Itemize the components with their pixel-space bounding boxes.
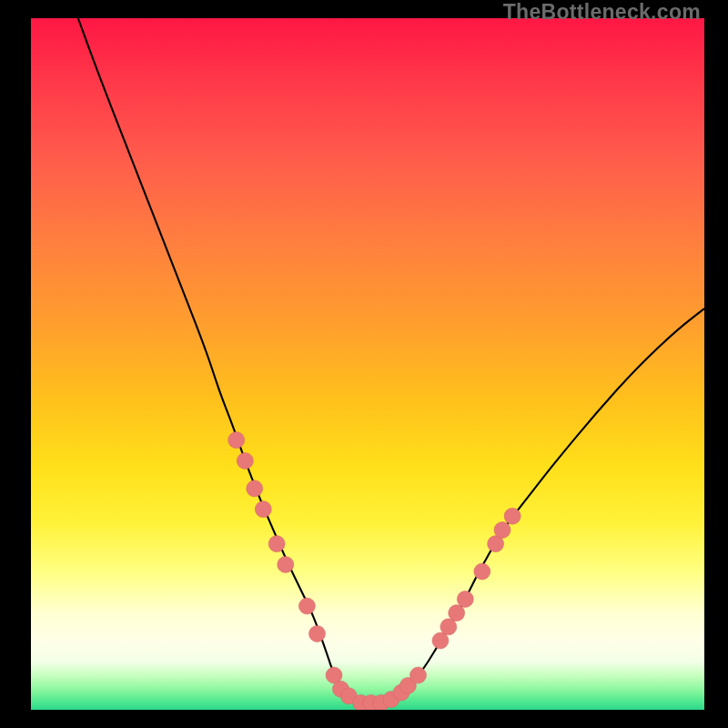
marker-group [228, 432, 521, 710]
marker-dot [228, 432, 245, 449]
watermark-text: TheBottleneck.com [503, 0, 701, 25]
marker-dot [432, 632, 449, 649]
marker-dot [247, 480, 263, 497]
marker-dot [440, 619, 457, 635]
marker-dot [457, 591, 473, 607]
bottleneck-curve [78, 18, 704, 703]
marker-dot [268, 536, 285, 552]
chart-frame: TheBottleneck.com [0, 0, 728, 728]
marker-dot [309, 625, 326, 642]
chart-svg [31, 18, 704, 710]
marker-dot [298, 598, 315, 614]
marker-dot [449, 605, 465, 622]
marker-dot [494, 521, 511, 538]
marker-dot [474, 563, 490, 580]
marker-dot [504, 508, 521, 524]
marker-dot [278, 556, 294, 572]
marker-dot [410, 667, 427, 683]
marker-dot [237, 452, 253, 469]
marker-dot [255, 501, 271, 518]
chart-plot-area [31, 18, 704, 710]
